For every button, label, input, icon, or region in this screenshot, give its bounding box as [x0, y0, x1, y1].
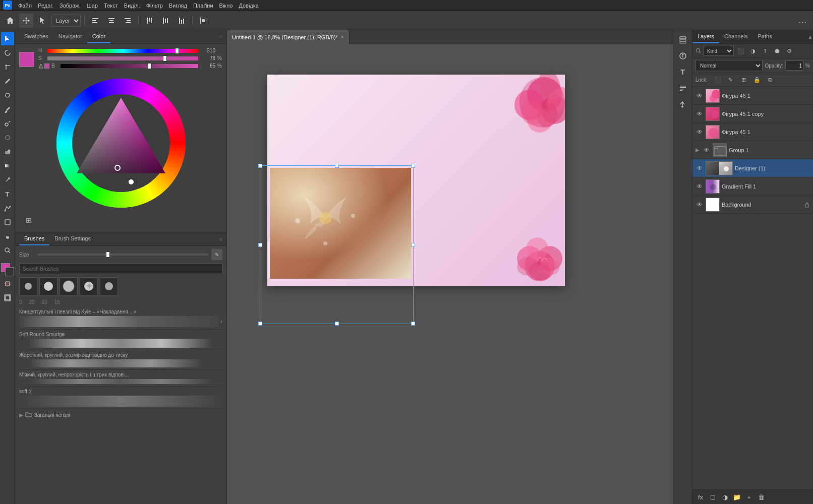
layer-vis-fig45[interactable]: 👁: [695, 128, 704, 136]
text-tool[interactable]: T: [1, 187, 14, 201]
gradient-tool[interactable]: [1, 159, 14, 172]
path-select-tool[interactable]: [1, 202, 14, 215]
layer-vis-gradient[interactable]: 👁: [695, 182, 704, 191]
color-swatch-expand[interactable]: ⊞: [23, 215, 34, 226]
layers-pixel-filter[interactable]: ⬛: [736, 46, 746, 56]
layer-item-background[interactable]: 👁 Background: [692, 196, 813, 214]
text-edit-icon[interactable]: T: [675, 65, 690, 80]
brush-size-slider[interactable]: [37, 254, 208, 256]
align-middle-v[interactable]: [158, 14, 172, 28]
brush-item-soft-round[interactable]: Soft Round Smudge: [19, 330, 222, 350]
brushes-tab[interactable]: Brushes: [19, 232, 49, 245]
layers-shape-filter[interactable]: ⬟: [772, 46, 782, 56]
layer-item-fig46[interactable]: 👁 Фігура 46 1: [692, 87, 813, 105]
brush-group-general[interactable]: ▶ Загальні пензлі: [19, 409, 222, 420]
brush-preset-3[interactable]: [60, 277, 78, 295]
color-wheel[interactable]: [55, 78, 187, 209]
menu-help[interactable]: Довідка: [239, 3, 259, 9]
menu-window[interactable]: Вікно: [219, 3, 233, 9]
brush-edit-btn[interactable]: ✎: [211, 249, 222, 260]
layers-collapse-btn[interactable]: ▲: [807, 30, 813, 43]
info-icon[interactable]: [675, 48, 690, 64]
layer-item-group1[interactable]: ▶ 👁 Group 1: [692, 141, 813, 159]
group-expand-arrow[interactable]: ▶: [695, 147, 700, 153]
doc-tab-close[interactable]: ×: [341, 34, 344, 40]
brush-item-kyle[interactable]: Концептуальні і пензлі від Kyle – «Накла…: [19, 307, 222, 330]
brush-preset-5[interactable]: ✦: [100, 277, 118, 295]
brush-tool[interactable]: [1, 103, 14, 116]
menu-select[interactable]: Виділ.: [124, 3, 140, 9]
shape-tool[interactable]: [1, 216, 14, 229]
menu-text[interactable]: Текст: [104, 3, 118, 9]
brush-preset-4[interactable]: ✦: [80, 277, 98, 295]
layer-item-gradient[interactable]: 👁 Gradient Fill 1: [692, 177, 813, 196]
add-adjustment-btn[interactable]: ◑: [720, 492, 730, 502]
zoom-tool[interactable]: [1, 244, 14, 257]
menu-file[interactable]: Файл: [18, 3, 32, 9]
lock-artboard-btn[interactable]: ⊞: [739, 75, 749, 85]
align-left[interactable]: [88, 14, 102, 28]
swatches-tab[interactable]: Swatches: [19, 30, 53, 43]
menu-plugins[interactable]: Плаґіни: [193, 3, 213, 9]
add-layer-btn[interactable]: +: [744, 492, 754, 502]
hue-slider[interactable]: [47, 49, 198, 53]
layers-type-filter[interactable]: T: [760, 46, 770, 56]
foreground-swatch[interactable]: [19, 52, 34, 67]
brush-item-soft-sad[interactable]: soft :(: [19, 387, 222, 409]
add-group-btn[interactable]: 📁: [732, 492, 742, 502]
brush-settings-tab[interactable]: Brush Settings: [49, 232, 96, 245]
bright-slider[interactable]: [61, 64, 198, 68]
brush-kyle-expand[interactable]: ›: [220, 318, 222, 325]
foreground-color[interactable]: [1, 263, 14, 276]
layer-vis-group1[interactable]: 👁: [703, 146, 711, 154]
navigator-tab[interactable]: Navigator: [53, 30, 87, 43]
align-bottom[interactable]: [175, 14, 189, 28]
menu-layer[interactable]: Шар: [87, 3, 98, 9]
add-fx-btn[interactable]: fx: [695, 492, 706, 502]
opacity-input[interactable]: [785, 60, 803, 71]
lock-all-btn[interactable]: 🔒: [752, 75, 762, 85]
color-tab[interactable]: Color: [87, 30, 110, 43]
eraser-tool[interactable]: [1, 145, 14, 158]
pen-tool[interactable]: [1, 173, 14, 186]
sat-slider[interactable]: [47, 56, 198, 60]
layer-item-fig45copy[interactable]: 👁 Фігура 45 1 copy: [692, 105, 813, 123]
channels-tab[interactable]: Channels: [719, 30, 752, 43]
clone-tool[interactable]: [1, 117, 14, 130]
align-top[interactable]: [142, 14, 156, 28]
brush-item-soft[interactable]: М'який, круглий, непрозорість і штрих ві…: [19, 370, 222, 387]
add-mask-btn[interactable]: ◻: [708, 492, 718, 502]
layer-vis-designer[interactable]: 👁: [695, 164, 704, 172]
hand-tool[interactable]: [1, 230, 14, 243]
menu-edit[interactable]: Редаг.: [38, 3, 53, 9]
align-center-h[interactable]: [104, 14, 119, 28]
lasso-tool[interactable]: [1, 46, 14, 59]
brush-item-hard[interactable]: Жорсткий, круглий, розмір відповідно до …: [19, 350, 222, 370]
color-panel-menu[interactable]: ≡: [219, 30, 222, 43]
spot-heal-tool[interactable]: [1, 89, 14, 102]
history-brush-tool[interactable]: [1, 131, 14, 144]
brush-preset-1[interactable]: [19, 277, 37, 295]
layer-vis-bg[interactable]: 👁: [695, 201, 704, 209]
layer-vis-fig46[interactable]: 👁: [695, 92, 704, 100]
search-brushes-input[interactable]: [19, 263, 222, 274]
cursor-tool[interactable]: [35, 14, 49, 28]
align-right[interactable]: [121, 14, 135, 28]
layers-kind-select[interactable]: Kind: [704, 46, 734, 56]
paths-tab[interactable]: Paths: [753, 30, 777, 43]
layers-adjust-filter[interactable]: ◑: [748, 46, 758, 56]
layers-smart-filter[interactable]: ⚙: [784, 46, 794, 56]
layers-icon[interactable]: [675, 32, 690, 47]
wheel-hue-selector[interactable]: [129, 179, 134, 184]
layer-vis-fig45copy[interactable]: 👁: [695, 110, 704, 118]
home-tool[interactable]: [3, 14, 17, 28]
brushes-panel-menu[interactable]: ≡: [219, 232, 222, 245]
selection-tool[interactable]: [1, 32, 14, 45]
brush-preset-2[interactable]: [39, 277, 57, 295]
layers-tab[interactable]: Layers: [692, 30, 719, 43]
eyedropper-tool[interactable]: [1, 75, 14, 88]
menu-filter[interactable]: Фільтр: [146, 3, 163, 9]
lock-pixels-btn[interactable]: ⬛: [713, 75, 723, 85]
more-btn[interactable]: ...: [796, 14, 810, 28]
layer-item-designer[interactable]: 👁 Designer (1): [692, 159, 813, 177]
